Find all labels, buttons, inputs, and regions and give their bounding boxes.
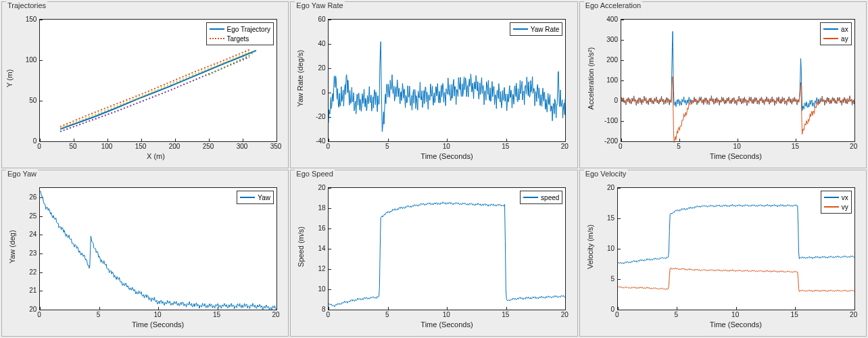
ytick: 10 — [607, 245, 614, 252]
ytick: 25 — [29, 212, 37, 219]
xtick: 200 — [169, 143, 180, 150]
ytick: 20 — [318, 64, 326, 72]
ytick: 21 — [29, 287, 37, 294]
ytick: 100 — [606, 76, 618, 84]
legend-entry: ay — [841, 35, 848, 43]
xtick: 0 — [37, 143, 41, 150]
xtick: 5 — [677, 143, 681, 150]
ylabel: Acceleration (m/s²) — [587, 47, 595, 110]
legend-entry: Targets — [227, 35, 249, 43]
ytick: 10 — [318, 285, 326, 293]
ytick: 5 — [610, 275, 614, 283]
ylabel: Speed (m/s) — [297, 226, 305, 267]
ytick: 0 — [33, 137, 37, 145]
ytick: 300 — [606, 36, 618, 43]
panel-trajectories: Trajectories Ego Trajectory Targets Y (m… — [1, 1, 289, 168]
xlabel: X (m) — [147, 152, 165, 160]
ytick: 60 — [318, 16, 326, 23]
panel-title: Trajectories — [6, 1, 47, 9]
ytick: -100 — [604, 117, 618, 124]
ytick: 26 — [29, 193, 37, 200]
ytick: 0 — [610, 306, 614, 313]
axes-accel: ax ay — [621, 19, 855, 142]
ylabel: Velocity (m/s) — [586, 224, 594, 269]
xtick: 10 — [733, 143, 741, 150]
xtick: 5 — [674, 311, 678, 318]
ytick: 12 — [318, 265, 326, 272]
ytick: -40 — [316, 137, 325, 145]
xlabel: Time (Seconds) — [710, 320, 762, 329]
ytick: 20 — [607, 184, 614, 191]
ytick: 20 — [29, 306, 37, 313]
ytick: 14 — [318, 245, 326, 252]
ytick: 15 — [607, 214, 614, 222]
legend-entry: Yaw Rate — [531, 26, 560, 33]
ytick: 400 — [606, 16, 618, 23]
xtick: 250 — [203, 143, 214, 150]
xlabel: Time (Seconds) — [420, 320, 473, 329]
legend-entry: speed — [541, 194, 559, 201]
xtick: 100 — [101, 143, 113, 150]
ytick: 20 — [318, 184, 326, 191]
ytick: 23 — [29, 249, 37, 256]
ylabel: Y (m) — [5, 70, 14, 88]
panel-title: Ego Speed — [295, 170, 334, 178]
figure-grid: Trajectories Ego Trajectory Targets Y (m… — [0, 0, 868, 338]
ytick: 16 — [318, 224, 326, 232]
xtick: 20 — [850, 143, 857, 150]
legend-yaw-rate: Yaw Rate — [510, 22, 563, 36]
xtick: 15 — [502, 311, 509, 318]
ytick: 22 — [29, 268, 37, 275]
ytick: 50 — [29, 97, 37, 104]
xtick: 15 — [791, 311, 798, 318]
xlabel: Time (Seconds) — [710, 152, 762, 160]
legend-entry: ax — [841, 26, 848, 33]
ytick: -20 — [316, 113, 325, 120]
xtick: 5 — [97, 311, 101, 318]
ytick: 0 — [322, 89, 326, 96]
panel-title: Ego Yaw Rate — [295, 1, 344, 9]
xtick: 10 — [153, 311, 161, 318]
ytick: 8 — [322, 306, 326, 313]
xtick: 20 — [561, 143, 569, 150]
xtick: 300 — [237, 143, 248, 150]
xtick: 50 — [69, 143, 76, 150]
axes-yaw: Yaw — [39, 187, 277, 310]
panel-velocity: Ego Velocity vx vy Velocity (m/s) Time (… — [579, 170, 867, 337]
panel-accel: Ego Acceleration ax ay Acceleration (m/s… — [579, 1, 867, 168]
axes-trajectories: Ego Trajectory Targets — [39, 19, 277, 142]
xtick: 10 — [731, 311, 739, 318]
xtick: 10 — [443, 311, 450, 318]
xtick: 5 — [385, 311, 389, 318]
xtick: 350 — [270, 143, 282, 150]
panel-title: Ego Yaw — [6, 170, 38, 178]
xtick: 0 — [327, 311, 331, 318]
xtick: 5 — [385, 143, 389, 150]
legend-velocity: vx vy — [821, 191, 852, 214]
panel-title: Ego Acceleration — [584, 1, 643, 9]
xtick: 0 — [37, 311, 41, 318]
legend-speed: speed — [520, 191, 562, 204]
legend-entry: vx — [842, 194, 848, 201]
ytick: 0 — [614, 97, 618, 104]
ylabel: Yaw (deg) — [8, 230, 16, 263]
ylabel: Yaw Rate (deg/s) — [296, 50, 304, 107]
xlabel: Time (Seconds) — [132, 320, 184, 329]
ytick: 18 — [318, 204, 326, 212]
panel-yaw: Ego Yaw Yaw Yaw (deg) Time (Seconds) 051… — [1, 170, 289, 337]
axes-velocity: vx vy — [617, 187, 855, 310]
xlabel: Time (Seconds) — [420, 152, 473, 160]
panel-speed: Ego Speed speed Speed (m/s) Time (Second… — [290, 170, 577, 337]
axes-speed: speed — [328, 187, 566, 310]
xtick: 15 — [213, 311, 220, 318]
legend-yaw: Yaw — [237, 191, 274, 204]
panel-title: Ego Velocity — [584, 170, 628, 178]
xtick: 20 — [272, 311, 279, 318]
ytick: -200 — [604, 137, 618, 145]
legend-accel: ax ay — [820, 22, 852, 45]
xtick: 0 — [619, 143, 623, 150]
legend-entry: Yaw — [258, 194, 270, 201]
ytick: 100 — [26, 56, 37, 64]
panel-yaw-rate: Ego Yaw Rate Yaw Rate Yaw Rate (deg/s) T… — [290, 1, 577, 168]
axes-yaw-rate: Yaw Rate — [328, 19, 566, 142]
